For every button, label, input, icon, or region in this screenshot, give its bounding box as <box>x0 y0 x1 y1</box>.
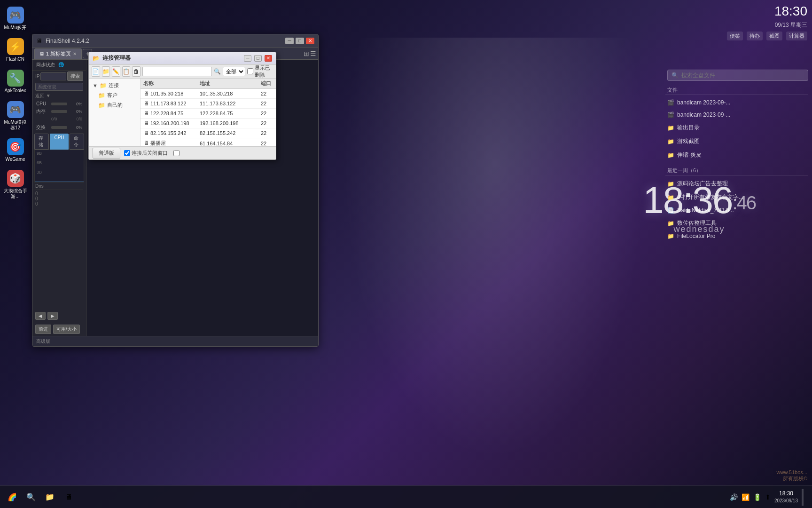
icon-flashcn[interactable]: ⚡ FlashCN <box>2 36 28 64</box>
taskbar-search-icon: 🔍 <box>26 492 36 501</box>
ip-label: IP <box>35 74 39 79</box>
icon-apktoolex[interactable]: 🔧 ApkToolex <box>2 68 28 95</box>
cm-connect-folder-icon: 📁 <box>100 82 107 89</box>
icon-damo[interactable]: 🎲 大漠综合手游... <box>2 168 28 201</box>
cm-edit-btn[interactable]: ✏️ <box>112 66 120 77</box>
recent-folder-icon-3: 📁 <box>667 220 674 227</box>
cm-connect-close-text: 连接后关闭窗口 <box>132 150 168 157</box>
close-button[interactable]: ✕ <box>306 38 314 44</box>
cm-filter-select[interactable]: 全部 <box>223 67 245 76</box>
tray-time-display[interactable]: 18:30 2023/09/13 <box>774 490 798 504</box>
recent-item-4[interactable]: 📁 数佐佐整理工具 <box>665 218 808 229</box>
minimize-button[interactable]: ─ <box>285 38 294 44</box>
finalshell-title: FinalShell 4.2.4.2 <box>46 38 282 44</box>
taskbar-browser[interactable]: 🖥 <box>60 489 77 506</box>
recent-item-5[interactable]: 📁 FileLocator Pro <box>665 231 808 241</box>
icon-mumu12[interactable]: 🎮 MuMu模拟器12 <box>2 99 28 133</box>
window-controls: ─ □ ✕ <box>285 38 314 44</box>
cm-show-deleted-label[interactable]: 显示已删除 <box>247 64 273 79</box>
recent-name-2: 0-打开所有修复衣合文字... <box>677 193 743 201</box>
recent-item-2[interactable]: 📁 0-打开所有修复衣合文字... <box>665 192 808 203</box>
cm-show-deleted-checkbox[interactable] <box>247 68 253 74</box>
flashcn-icon: ⚡ <box>9 41 21 52</box>
recent-item-3[interactable]: 📄 BaiduNetdisk_7.23.0... <box>665 206 808 215</box>
col-port: 端口 <box>261 80 276 87</box>
mumu12-icon: 🎮 <box>9 104 21 115</box>
tray-icon-3[interactable]: 🔋 <box>753 493 761 501</box>
file-item-2[interactable]: 🎬 bandicam 2023-09-... <box>665 110 808 119</box>
forward-btn[interactable]: ▶ <box>47 312 58 320</box>
server-row-4[interactable]: 🖥192.168.200.198 192.168.200.198 22 root <box>141 119 276 128</box>
cm-server-list: 名称 地址 端口 用户名 🖥101.35.30.218 101.35.30.21… <box>141 79 276 146</box>
cm-close-button[interactable]: ✕ <box>265 55 272 62</box>
cm-search-input[interactable] <box>142 67 212 76</box>
cm-delete-btn[interactable]: 🗑 <box>132 66 141 77</box>
file-item-4[interactable]: 📁 游戏截图 <box>665 136 808 147</box>
show-desktop-btn[interactable] <box>802 489 804 506</box>
cm-folder-btn[interactable]: 📁 <box>102 66 110 77</box>
recent-name-1: 源码论坛广告去整理 <box>677 180 728 188</box>
file-item-3[interactable]: 📁 输出目录 <box>665 122 808 133</box>
fs-tab-cpu[interactable]: CPU <box>50 134 68 150</box>
fs-tab-cmd[interactable]: 命令 <box>70 134 84 150</box>
cm-maximize-button[interactable]: □ <box>254 55 262 62</box>
sys-info-input[interactable] <box>35 83 83 91</box>
cm-connect-close-label[interactable]: 连接后关闭窗口 <box>124 150 168 157</box>
tray-icon-4[interactable]: ⬆ <box>765 493 771 501</box>
server-addr-6: 61.164.154.84 <box>200 141 261 146</box>
net-status: 网步状态 🌐 <box>32 60 86 71</box>
finalshell-titlebar: 🖥 FinalShell 4.2.4.2 ─ □ ✕ <box>32 34 318 48</box>
server-row-2[interactable]: 🖥111.173.83.122 111.173.83.122 22 root <box>141 99 276 109</box>
fs-tab-storage[interactable]: 存储 <box>34 134 49 150</box>
taskbar-search[interactable]: 🔍 <box>23 489 39 506</box>
tab-new-page[interactable]: 🖥 1 新标签页 ✕ <box>34 48 82 59</box>
cm-basic-btn[interactable]: 普通版 <box>93 148 120 159</box>
dns-label: Dns <box>35 183 83 190</box>
cm-tree-customer[interactable]: 📁 客户 <box>89 90 140 100</box>
ip-input[interactable] <box>40 72 66 80</box>
cm-tree-connect[interactable]: ▼ 📁 连接 <box>89 80 140 90</box>
tab-grid-icon[interactable]: ⊞ <box>304 50 309 57</box>
fs-graph-area: 9B 6B 3B <box>34 150 84 183</box>
server-row-3[interactable]: 🖥122.228.84.75 122.228.84.75 22 root <box>141 109 276 119</box>
cm-titlebar: 📂 连接管理器 ─ □ ✕ <box>89 52 276 64</box>
maximize-button[interactable]: □ <box>296 38 304 44</box>
tab-icon: 🖥 <box>39 51 44 56</box>
server-addr-3: 122.228.84.75 <box>200 111 261 116</box>
tab-close-icon[interactable]: ✕ <box>73 51 77 56</box>
damo-label: 大漠综合手游... <box>3 188 27 199</box>
net-status-label: 网步状态 <box>36 62 55 67</box>
cpu-bar <box>51 103 67 105</box>
taskbar-start-btn[interactable]: 🌈 <box>4 489 21 506</box>
file-item-1[interactable]: 🎬 bandicam 2023-09-... <box>665 98 808 107</box>
server-row-5[interactable]: 🖥82.156.155.242 82.156.155.242 22 root <box>141 128 276 138</box>
server-row-6[interactable]: 🖥播播屋 61.164.154.84 22 root <box>141 138 276 146</box>
tray-icon-2[interactable]: 📶 <box>742 493 750 501</box>
cm-copy-btn[interactable]: 📋 <box>122 66 131 77</box>
server-addr-2: 111.173.83.122 <box>200 101 261 106</box>
search-btn[interactable]: 搜索 <box>67 71 83 81</box>
cm-list-header: 名称 地址 端口 用户名 <box>141 79 276 89</box>
cm-new-btn[interactable]: 📄 <box>92 66 100 77</box>
server-row-1[interactable]: 🖥101.35.30.218 101.35.30.218 22 root <box>141 89 276 99</box>
tray-icon-1[interactable]: 🔊 <box>730 493 738 501</box>
icon-mumu-multi[interactable]: 🎮 MuMu多开 <box>2 5 28 32</box>
graph-label-6b: 6B <box>37 160 42 165</box>
recent-item-1[interactable]: 📁 源码论坛广告去整理 <box>665 178 808 189</box>
folder-icon-2: 📁 <box>667 138 674 145</box>
bottom-bar-label: 高级版 <box>36 338 50 345</box>
tab-menu-icon[interactable]: ☰ <box>310 50 316 57</box>
cm-expand-icon: ▼ <box>93 83 98 88</box>
cm-tree-myown[interactable]: 📁 自己的 <box>89 100 140 110</box>
taskbar-files[interactable]: 📁 <box>41 489 58 506</box>
icon-wegame[interactable]: 🎯 WeGame <box>2 136 28 164</box>
back-btn[interactable]: ◀ <box>35 312 46 320</box>
cm-minimize-button[interactable]: ─ <box>244 55 251 62</box>
cm-tree-myown-label: 自己的 <box>107 102 123 109</box>
cm-connect-close-checkbox[interactable] <box>124 150 130 156</box>
cm-extra-checkbox[interactable] <box>173 150 180 156</box>
front-button[interactable]: 前进 <box>35 325 51 334</box>
server-addr-4: 192.168.200.198 <box>200 120 261 126</box>
file-item-5[interactable]: 📁 伸缩-炎皮 <box>665 150 808 160</box>
available-button[interactable]: 可用/大小 <box>53 325 80 334</box>
